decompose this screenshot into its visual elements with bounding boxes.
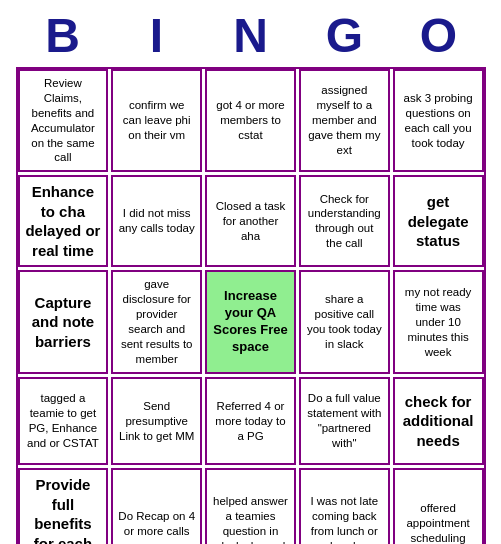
bingo-cell: Closed a task for another aha [205,175,296,267]
bingo-letter-g: G [301,10,389,63]
bingo-cell: Increase your QA Scores Free space [205,270,296,374]
bingo-cell: Check for understanding through out the … [299,175,390,267]
bingo-cell: my not ready time was under 10 minutes t… [393,270,484,374]
bingo-card: BINGO Review Claims, benefits and Accumu… [6,0,496,544]
bingo-letter-i: I [113,10,201,63]
bingo-cell: assigned myself to a member and gave the… [299,69,390,173]
bingo-cell: Send presumptive Link to get MM [111,377,202,465]
bingo-cell: got 4 or more members to cstat [205,69,296,173]
bingo-cell: Capture and note barriers [18,270,109,374]
bingo-cell: Do Recap on 4 or more calls [111,468,202,544]
bingo-cell: confirm we can leave phi on their vm [111,69,202,173]
bingo-cell: Referred 4 or more today to a PG [205,377,296,465]
bingo-cell: I did not miss any calls today [111,175,202,267]
bingo-letter-n: N [207,10,295,63]
bingo-letter-b: B [19,10,107,63]
bingo-cell: helped answer a teamies question in slac… [205,468,296,544]
bingo-cell: Review Claims, benefits and Accumulator … [18,69,109,173]
bingo-cell: get delegate status [393,175,484,267]
bingo-letter-o: O [395,10,483,63]
bingo-header: BINGO [16,10,486,63]
bingo-cell: ask 3 probing questions on each call you… [393,69,484,173]
bingo-cell: check for additional needs [393,377,484,465]
bingo-cell: I was not late coming back from lunch or… [299,468,390,544]
bingo-cell: share a positive call you took today in … [299,270,390,374]
bingo-cell: Provide full benefits for each call [18,468,109,544]
bingo-cell: offered appointment scheduling [393,468,484,544]
bingo-cell: Enhance to cha delayed or real time [18,175,109,267]
bingo-cell: Do a full value statement with "partnere… [299,377,390,465]
bingo-grid: Review Claims, benefits and Accumulator … [16,67,486,544]
bingo-cell: gave disclosure for provider search and … [111,270,202,374]
bingo-cell: tagged a teamie to get PG, Enhance and o… [18,377,109,465]
